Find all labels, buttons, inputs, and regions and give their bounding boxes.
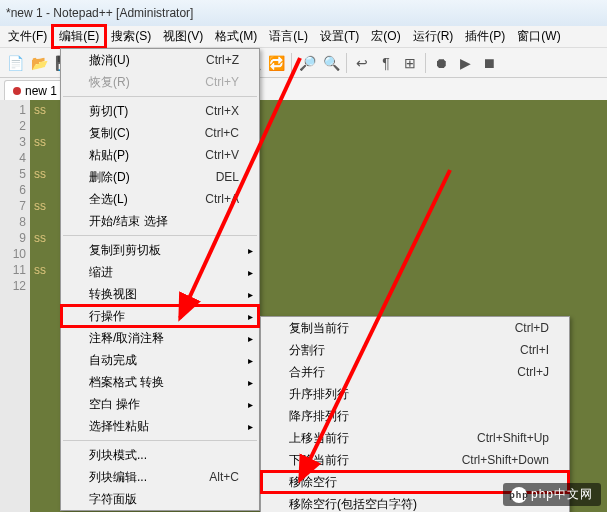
menu-item-label: 注释/取消注释 — [89, 330, 239, 347]
menu-item[interactable]: 空白 操作▸ — [61, 393, 259, 415]
menu-item[interactable]: 合并行Ctrl+J — [261, 361, 569, 383]
separator — [425, 53, 426, 73]
zoom-out-icon[interactable]: 🔍 — [322, 54, 340, 72]
menu-item[interactable]: 复制到剪切板▸ — [61, 239, 259, 261]
menu-item[interactable]: 语言(L) — [263, 26, 314, 47]
menu-item[interactable]: 复制当前行Ctrl+D — [261, 317, 569, 339]
menu-item-label: 粘贴(P) — [89, 147, 175, 164]
menu-item[interactable]: 转换视图▸ — [61, 283, 259, 305]
menu-item-label: 自动完成 — [89, 352, 239, 369]
menu-item[interactable]: 撤消(U)Ctrl+Z — [61, 49, 259, 71]
menu-item-label: 复制(C) — [89, 125, 175, 142]
wrap-icon[interactable]: ↩ — [353, 54, 371, 72]
line-number: 6 — [0, 182, 26, 198]
menu-item[interactable]: 视图(V) — [157, 26, 209, 47]
zoom-in-icon[interactable]: 🔎 — [298, 54, 316, 72]
menu-item[interactable]: 全选(L)Ctrl+A — [61, 188, 259, 210]
submenu-arrow-icon: ▸ — [248, 333, 253, 344]
line-number: 11 — [0, 262, 26, 278]
menu-item-label: 行操作 — [89, 308, 239, 325]
indent-guide-icon[interactable]: ⊞ — [401, 54, 419, 72]
menu-shortcut: Ctrl+A — [205, 192, 239, 206]
menu-item[interactable]: 开始/结束 选择 — [61, 210, 259, 232]
submenu-arrow-icon: ▸ — [248, 289, 253, 300]
menu-separator — [63, 440, 257, 441]
menu-item[interactable]: 档案格式 转换▸ — [61, 371, 259, 393]
submenu-arrow-icon: ▸ — [248, 399, 253, 410]
menu-item[interactable]: 自动完成▸ — [61, 349, 259, 371]
submenu-arrow-icon: ▸ — [248, 377, 253, 388]
show-chars-icon[interactable]: ¶ — [377, 54, 395, 72]
menu-item[interactable]: 缩进▸ — [61, 261, 259, 283]
submenu-arrow-icon: ▸ — [248, 355, 253, 366]
unsaved-indicator-icon — [13, 87, 21, 95]
menu-item[interactable]: 行操作▸ — [61, 305, 259, 327]
menu-item-label: 降序排列行 — [289, 408, 549, 425]
menu-item-label: 空白 操作 — [89, 396, 239, 413]
submenu-arrow-icon: ▸ — [248, 245, 253, 256]
menu-shortcut: Ctrl+D — [515, 321, 549, 335]
line-number: 3 — [0, 134, 26, 150]
menu-item[interactable]: 列块模式... — [61, 444, 259, 466]
menu-item[interactable]: 宏(O) — [365, 26, 406, 47]
line-number: 9 — [0, 230, 26, 246]
menu-item[interactable]: 编辑(E) — [53, 26, 105, 47]
menu-item[interactable]: 注释/取消注释▸ — [61, 327, 259, 349]
menu-item[interactable]: 格式(M) — [209, 26, 263, 47]
line-number-gutter: 123456789101112 — [0, 100, 30, 512]
replace-icon[interactable]: 🔁 — [267, 54, 285, 72]
menu-item-label: 复制当前行 — [289, 320, 485, 337]
menu-item[interactable]: 粘贴(P)Ctrl+V — [61, 144, 259, 166]
menu-item-label: 列块编辑... — [89, 469, 179, 486]
menu-item[interactable]: 文件(F) — [2, 26, 53, 47]
menu-shortcut: Ctrl+X — [205, 104, 239, 118]
menu-item[interactable]: 分割行Ctrl+I — [261, 339, 569, 361]
menu-separator — [63, 235, 257, 236]
tab-label: new 1 — [25, 84, 57, 98]
menu-item: 恢复(R)Ctrl+Y — [61, 71, 259, 93]
open-file-icon[interactable]: 📂 — [30, 54, 48, 72]
submenu-arrow-icon: ▸ — [248, 267, 253, 278]
menu-item-label: 下移当前行 — [289, 452, 432, 469]
edit-menu-dropdown: 撤消(U)Ctrl+Z恢复(R)Ctrl+Y剪切(T)Ctrl+X复制(C)Ct… — [60, 48, 260, 511]
menu-item[interactable]: 剪切(T)Ctrl+X — [61, 100, 259, 122]
menu-item-label: 缩进 — [89, 264, 239, 281]
line-number: 4 — [0, 150, 26, 166]
menu-item-label: 剪切(T) — [89, 103, 175, 120]
menu-item[interactable]: 上移当前行Ctrl+Shift+Up — [261, 427, 569, 449]
menu-item[interactable]: 窗口(W) — [511, 26, 566, 47]
menu-item[interactable]: 插件(P) — [459, 26, 511, 47]
watermark-text: php中文网 — [531, 486, 593, 503]
menu-item-label: 合并行 — [289, 364, 487, 381]
menu-item-label: 字符面版 — [89, 491, 239, 508]
menu-item[interactable]: 复制(C)Ctrl+C — [61, 122, 259, 144]
menu-shortcut: Ctrl+J — [517, 365, 549, 379]
new-file-icon[interactable]: 📄 — [6, 54, 24, 72]
menu-separator — [63, 96, 257, 97]
menu-item-label: 分割行 — [289, 342, 490, 359]
menu-item[interactable]: 搜索(S) — [105, 26, 157, 47]
window-title: *new 1 - Notepad++ [Administrator] — [6, 6, 193, 20]
menu-item-label: 删除(D) — [89, 169, 186, 186]
menu-item[interactable]: 列块编辑...Alt+C — [61, 466, 259, 488]
menu-item[interactable]: 删除(D)DEL — [61, 166, 259, 188]
menu-item[interactable]: 字符面版 — [61, 488, 259, 510]
macro-record-icon[interactable]: ⏺ — [432, 54, 450, 72]
menu-shortcut: Ctrl+C — [205, 126, 239, 140]
menu-item-label: 开始/结束 选择 — [89, 213, 239, 230]
menu-item[interactable]: 升序排列行 — [261, 383, 569, 405]
line-number: 8 — [0, 214, 26, 230]
macro-stop-icon[interactable]: ⏹ — [480, 54, 498, 72]
menu-item[interactable]: 选择性粘贴▸ — [61, 415, 259, 437]
menu-item[interactable]: 下移当前行Ctrl+Shift+Down — [261, 449, 569, 471]
menu-item-label: 升序排列行 — [289, 386, 549, 403]
menu-shortcut: Ctrl+V — [205, 148, 239, 162]
menu-item[interactable]: 运行(R) — [407, 26, 460, 47]
macro-play-icon[interactable]: ▶ — [456, 54, 474, 72]
menu-shortcut: Ctrl+Shift+Down — [462, 453, 549, 467]
menu-item[interactable]: 降序排列行 — [261, 405, 569, 427]
line-number: 7 — [0, 198, 26, 214]
menu-item[interactable]: 设置(T) — [314, 26, 365, 47]
menu-shortcut: Ctrl+Y — [205, 75, 239, 89]
menu-bar: 文件(F)编辑(E)搜索(S)视图(V)格式(M)语言(L)设置(T)宏(O)运… — [0, 26, 607, 48]
